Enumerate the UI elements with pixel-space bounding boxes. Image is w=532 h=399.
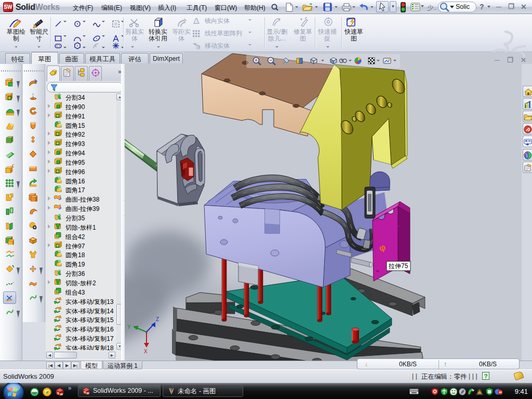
- svg-text:Z: Z: [156, 316, 159, 322]
- svg-text:Y: Y: [127, 324, 131, 330]
- svg-text:拉伸75: 拉伸75: [388, 262, 408, 270]
- svg-text:X: X: [144, 349, 148, 354]
